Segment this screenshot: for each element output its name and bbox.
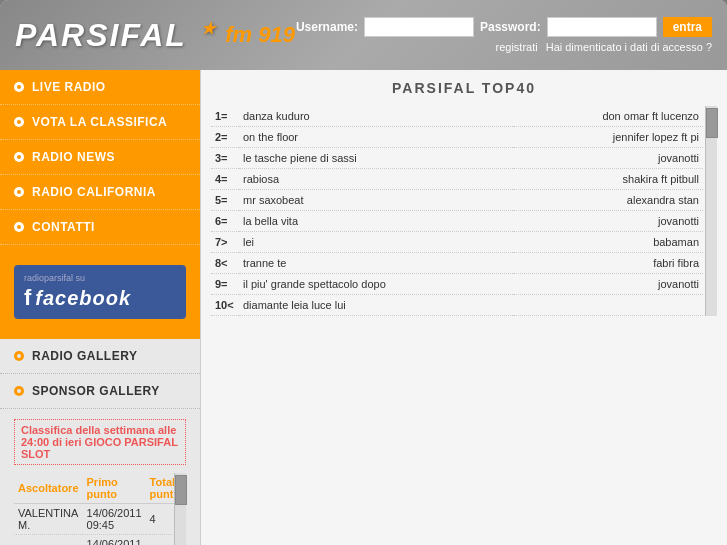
sidebar-item-radio-california[interactable]: RADIO CALIFORNIA [0, 175, 200, 210]
top40-rank: 9= [211, 274, 239, 295]
header: parsifal ★ fm 919 Username: Password: en… [0, 0, 727, 70]
top40-scrollbar-thumb [706, 108, 718, 138]
top40-song: il piu' grande spettacolo dopo [239, 274, 513, 295]
top40-scrollbar[interactable] [705, 106, 717, 316]
register-link[interactable]: registrati [496, 41, 538, 53]
top40-table: 1= danza kuduro don omar ft lucenzo 2= o… [211, 106, 703, 316]
top40-artist: babaman [513, 232, 703, 253]
bullet-icon [14, 187, 24, 197]
top40-row: 3= le tasche piene di sassi jovanotti [211, 148, 703, 169]
top40-song: lei [239, 232, 513, 253]
sidebar-column: LIVE RADIO VOTA LA CLASSIFICA RADIO NEWS… [0, 70, 200, 545]
sidebar-item-radio-news[interactable]: RADIO NEWS [0, 140, 200, 175]
logo-text: parsifal ★ [15, 17, 217, 54]
username-input[interactable] [364, 17, 474, 37]
nav-label-sponsor-gallery: SPONSOR GALLERY [32, 384, 160, 398]
top40-artist: jennifer lopez ft pi [513, 127, 703, 148]
nav-label-vota: VOTA LA CLASSIFICA [32, 115, 167, 129]
logo-star: ★ [201, 20, 217, 37]
sidebar-item-live-radio[interactable]: LIVE RADIO [0, 70, 200, 105]
classifica-name: VALENTINA M. [14, 504, 83, 535]
sidebar-item-contatti[interactable]: CONTATTI [0, 210, 200, 245]
top40-artist: jovanotti [513, 211, 703, 232]
top40-row: 7> lei babaman [211, 232, 703, 253]
top40-artist: jovanotti [513, 148, 703, 169]
top40-artist: jovanotti [513, 274, 703, 295]
forgot-link[interactable]: Hai dimenticato i dati di accesso ? [546, 41, 712, 53]
facebook-prefix: radioparsifal su [24, 273, 85, 283]
classifica-box: Classifica della settimana alle 24:00 di… [0, 409, 200, 545]
right-panel: PARSIFAL TOP40 1= danza kuduro don omar … [200, 70, 727, 545]
top40-rank: 10< [211, 295, 239, 316]
top40-song: rabiosa [239, 169, 513, 190]
password-input[interactable] [547, 17, 657, 37]
main-layout: LIVE RADIO VOTA LA CLASSIFICA RADIO NEWS… [0, 70, 727, 545]
classifica-title: Classifica della settimana alle 24:00 di… [14, 419, 186, 465]
nav-label-radio-gallery: RADIO GALLERY [32, 349, 137, 363]
classifica-scrollbar-thumb [175, 475, 187, 505]
top40-artist: alexandra stan [513, 190, 703, 211]
facebook-box[interactable]: radioparsifal su f facebook [14, 265, 186, 319]
logo-area: parsifal ★ fm 919 [15, 17, 295, 54]
col-ascoltatore: Ascoltatore [14, 473, 83, 504]
top40-row: 1= danza kuduro don omar ft lucenzo [211, 106, 703, 127]
page-wrapper: parsifal ★ fm 919 Username: Password: en… [0, 0, 727, 545]
top40-rank: 4= [211, 169, 239, 190]
top40-song: tranne te [239, 253, 513, 274]
top40-artist: don omar ft lucenzo [513, 106, 703, 127]
classifica-date: 14/06/2011 00:03 [83, 535, 146, 546]
top40-rank: 1= [211, 106, 239, 127]
password-label: Password: [480, 20, 541, 34]
classifica-table: Ascoltatore Primo punto Totale punti VAL… [14, 473, 185, 545]
facebook-label: facebook [35, 287, 131, 310]
lower-sidebar: RADIO GALLERY SPONSOR GALLERY Classifica… [0, 339, 200, 545]
top40-row: 10< diamante leia luce lui [211, 295, 703, 316]
top40-row: 5= mr saxobeat alexandra stan [211, 190, 703, 211]
top40-rank: 7> [211, 232, 239, 253]
top40-title: PARSIFAL TOP40 [211, 80, 717, 96]
classifica-date: 14/06/2011 09:45 [83, 504, 146, 535]
facebook-f-icon: f [24, 285, 31, 311]
nav-label-contatti: CONTATTI [32, 220, 95, 234]
login-button[interactable]: entra [663, 17, 712, 37]
sidebar-item-radio-gallery[interactable]: RADIO GALLERY [0, 339, 200, 374]
sidebar-item-sponsor-gallery[interactable]: SPONSOR GALLERY [0, 374, 200, 409]
top40-row: 6= la bella vita jovanotti [211, 211, 703, 232]
top40-row: 8< tranne te fabri fibra [211, 253, 703, 274]
top40-rank: 6= [211, 211, 239, 232]
bullet-icon [14, 152, 24, 162]
sidebar-item-vota-classifica[interactable]: VOTA LA CLASSIFICA [0, 105, 200, 140]
sidebar: LIVE RADIO VOTA LA CLASSIFICA RADIO NEWS… [0, 70, 200, 339]
top40-artist: fabri fibra [513, 253, 703, 274]
top40-song: danza kuduro [239, 106, 513, 127]
top40-rank: 8< [211, 253, 239, 274]
top40-artist [513, 295, 703, 316]
login-area: Username: Password: entra registrati Hai… [296, 17, 712, 53]
top40-row: 9= il piu' grande spettacolo dopo jovano… [211, 274, 703, 295]
classifica-row: LORENA F. 14/06/2011 00:03 3 [14, 535, 185, 546]
username-label: Username: [296, 20, 358, 34]
top40-song: mr saxobeat [239, 190, 513, 211]
top40-scroll[interactable]: 1= danza kuduro don omar ft lucenzo 2= o… [211, 106, 717, 316]
nav-label-live-radio: LIVE RADIO [32, 80, 106, 94]
top40-rank: 3= [211, 148, 239, 169]
classifica-scroll[interactable]: Ascoltatore Primo punto Totale punti VAL… [14, 473, 186, 545]
lower-bullet-icon [14, 386, 24, 396]
col-primo-punto: Primo punto [83, 473, 146, 504]
top40-row: 2= on the floor jennifer lopez ft pi [211, 127, 703, 148]
nav-label-news: RADIO NEWS [32, 150, 115, 164]
top40-scroll-wrapper: 1= danza kuduro don omar ft lucenzo 2= o… [211, 106, 717, 316]
top40-song: le tasche piene di sassi [239, 148, 513, 169]
top40-rank: 5= [211, 190, 239, 211]
top40-artist: shakira ft pitbull [513, 169, 703, 190]
top40-row: 4= rabiosa shakira ft pitbull [211, 169, 703, 190]
top40-song: la bella vita [239, 211, 513, 232]
nav-label-california: RADIO CALIFORNIA [32, 185, 156, 199]
top40-rank: 2= [211, 127, 239, 148]
top40-song: diamante leia luce lui [239, 295, 513, 316]
logo-fm: fm 919 [225, 22, 295, 48]
classifica-row: VALENTINA M. 14/06/2011 09:45 4 [14, 504, 185, 535]
bullet-icon [14, 222, 24, 232]
classifica-scrollbar[interactable] [174, 473, 186, 545]
bullet-icon [14, 117, 24, 127]
